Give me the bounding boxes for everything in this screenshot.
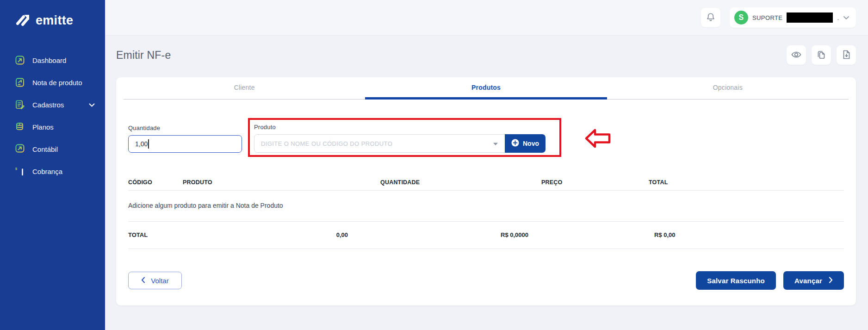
sidebar-item-label: Contábil xyxy=(32,145,95,153)
sidebar-item-cobranca[interactable]: $ Cobrança xyxy=(0,160,105,182)
sidebar-item-label: Planos xyxy=(32,123,95,131)
sidebar-item-cadastros[interactable]: Cadastros xyxy=(0,93,105,116)
next-button[interactable]: Avançar xyxy=(783,271,844,290)
select-caret-icon xyxy=(493,139,498,148)
total-quantity: 0,00 xyxy=(183,231,380,238)
save-draft-label: Salvar Rascunho xyxy=(707,277,765,285)
bell-icon xyxy=(705,12,716,24)
chevron-right-icon xyxy=(829,277,833,285)
quantity-field: Quantidade 1,00 xyxy=(128,125,242,153)
sidebar-item-label: Cobrança xyxy=(32,168,95,175)
annotation-rectangle: Produto DIGITE O NOME OU CÓDIGO DO PRODU… xyxy=(248,118,561,157)
eye-icon xyxy=(791,49,802,62)
tab-bar: Cliente Produtos Opcionais xyxy=(124,77,849,100)
sidebar-item-label: Dashboard xyxy=(32,56,95,64)
next-button-label: Avançar xyxy=(794,277,822,285)
avatar: S xyxy=(734,11,748,25)
footer-actions: Voltar Salvar Rascunho Avançar xyxy=(128,271,844,290)
notifications-button[interactable] xyxy=(701,8,720,27)
back-button-label: Voltar xyxy=(151,277,168,285)
sidebar-item-contabil[interactable]: Contábil xyxy=(0,138,105,160)
copy-icon xyxy=(816,49,827,62)
export-file-button[interactable] xyxy=(837,45,856,65)
save-draft-button[interactable]: Salvar Rascunho xyxy=(696,271,776,290)
accounting-icon xyxy=(14,143,25,155)
file-download-icon xyxy=(841,49,852,62)
svg-text:$: $ xyxy=(19,123,20,125)
chevron-down-icon xyxy=(89,101,95,109)
col-header-codigo: CÓDIGO xyxy=(128,179,183,186)
sidebar-item-planos[interactable]: $ Planos xyxy=(0,116,105,138)
annotation-arrow-icon xyxy=(584,126,611,152)
new-product-label: Novo xyxy=(523,140,539,147)
sidebar: emitte Dashboard No xyxy=(0,0,105,330)
plus-circle-icon xyxy=(511,139,519,148)
col-header-total: TOTAL xyxy=(649,179,844,186)
registers-icon xyxy=(14,99,25,110)
user-menu[interactable]: S SUPORTE . xyxy=(730,7,856,28)
totals-spacer xyxy=(541,231,649,238)
back-button[interactable]: Voltar xyxy=(128,272,182,289)
items-table-header: CÓDIGO PRODUTO QUANTIDADE PREÇO TOTAL xyxy=(128,179,844,191)
page-title: Emitir NF-e xyxy=(116,49,171,62)
chevron-down-icon xyxy=(843,13,849,22)
dashboard-icon xyxy=(14,55,25,66)
product-form-row: Quantidade 1,00 Produto DIGITE O NOME OU… xyxy=(128,118,844,157)
total-label: TOTAL xyxy=(128,231,183,238)
redacted-user-text xyxy=(787,12,833,23)
page-actions xyxy=(787,45,856,65)
emitte-logo-icon xyxy=(15,11,31,30)
product-note-icon xyxy=(14,77,25,88)
main-area: S SUPORTE . Emitir NF-e xyxy=(105,0,868,330)
totals-row: TOTAL 0,00 R$ 0,0000 R$ 0,00 xyxy=(128,222,844,249)
empty-state-message: Adicione algum produto para emitir a Not… xyxy=(128,191,844,222)
user-name-suffix: . xyxy=(837,14,839,21)
new-product-button[interactable]: Novo xyxy=(505,134,546,153)
nfe-card: Cliente Produtos Opcionais Quantidade 1,… xyxy=(116,77,856,305)
tab-cliente[interactable]: Cliente xyxy=(124,77,365,100)
quantity-input[interactable]: 1,00 xyxy=(128,135,242,153)
total-amount: R$ 0,00 xyxy=(649,231,844,238)
sidebar-item-label: Cadastros xyxy=(32,101,82,109)
preview-button[interactable] xyxy=(787,45,806,65)
tab-opcionais[interactable]: Opcionais xyxy=(607,77,849,100)
user-name: SUPORTE xyxy=(752,14,782,21)
sidebar-item-nota-de-produto[interactable]: Nota de produto xyxy=(0,71,105,93)
content-area: Emitir NF-e xyxy=(105,36,868,330)
svg-text:$: $ xyxy=(15,167,17,171)
sidebar-nav: Dashboard Nota de produto xyxy=(0,49,105,182)
product-select-placeholder: DIGITE O NOME OU CÓDIGO DO PRODUTO xyxy=(261,140,493,147)
total-price: R$ 0,0000 xyxy=(380,231,541,238)
col-header-preco: PREÇO xyxy=(541,179,649,186)
logo-text: emitte xyxy=(36,13,73,28)
text-cursor xyxy=(148,139,149,149)
product-label: Produto xyxy=(254,124,553,131)
product-select[interactable]: DIGITE O NOME OU CÓDIGO DO PRODUTO xyxy=(254,134,505,153)
logo[interactable]: emitte xyxy=(0,0,105,30)
app-root: emitte Dashboard No xyxy=(0,0,868,330)
col-header-produto: PRODUTO xyxy=(183,179,380,186)
billing-chart-icon: $ xyxy=(14,166,25,177)
sidebar-item-label: Nota de produto xyxy=(32,79,95,87)
topbar: S SUPORTE . xyxy=(105,0,868,36)
page-header: Emitir NF-e xyxy=(116,45,856,65)
col-header-quantidade: QUANTIDADE xyxy=(380,179,541,186)
tab-produtos[interactable]: Produtos xyxy=(365,77,607,100)
sidebar-item-dashboard[interactable]: Dashboard xyxy=(0,49,105,71)
chevron-left-icon xyxy=(141,277,145,285)
quantity-value: 1,00 xyxy=(135,140,148,148)
duplicate-button[interactable] xyxy=(812,45,831,65)
plans-coins-icon: $ xyxy=(14,121,25,132)
quantity-label: Quantidade xyxy=(128,125,242,131)
product-controls: DIGITE O NOME OU CÓDIGO DO PRODUTO xyxy=(254,134,553,153)
